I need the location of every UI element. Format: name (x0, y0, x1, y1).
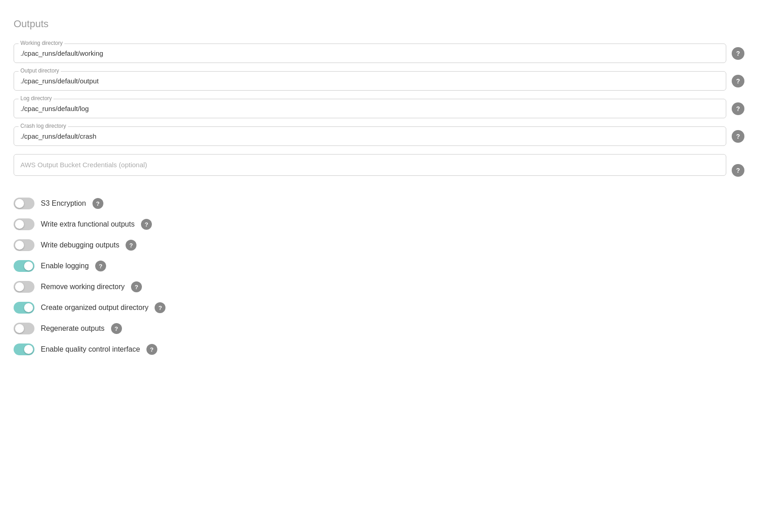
enable-quality-control-toggle[interactable] (14, 343, 34, 355)
log-directory-value: ./cpac_runs/default/log (20, 104, 719, 113)
remove-working-directory-help-button[interactable]: ? (131, 281, 142, 292)
regenerate-outputs-toggle[interactable] (14, 323, 34, 334)
aws-placeholder: AWS Output Bucket Credentials (optional) (20, 161, 147, 169)
write-debugging-row: Write debugging outputs ? (14, 239, 744, 251)
create-organized-output-track (14, 302, 34, 314)
enable-logging-toggle[interactable] (14, 260, 34, 272)
write-debugging-toggle[interactable] (14, 239, 34, 251)
remove-working-directory-track (14, 281, 34, 293)
enable-quality-control-help-button[interactable]: ? (146, 344, 157, 355)
create-organized-output-thumb (24, 303, 33, 312)
page-title: Outputs (14, 18, 744, 30)
create-organized-output-toggle[interactable] (14, 302, 34, 314)
s3-encryption-help-button[interactable]: ? (92, 198, 103, 209)
output-directory-field[interactable]: Output directory ./cpac_runs/default/out… (14, 71, 726, 91)
write-extra-functional-label: Write extra functional outputs (41, 220, 135, 228)
remove-working-directory-toggle[interactable] (14, 281, 34, 293)
enable-logging-help-button[interactable]: ? (95, 261, 106, 271)
enable-logging-thumb (24, 261, 33, 271)
remove-working-directory-thumb (15, 282, 24, 291)
log-directory-group: Log directory ./cpac_runs/default/log ? (14, 99, 744, 118)
crash-log-directory-field[interactable]: Crash log directory ./cpac_runs/default/… (14, 126, 726, 146)
log-directory-label: Log directory (19, 95, 53, 102)
s3-encryption-row: S3 Encryption ? (14, 198, 744, 209)
aws-credentials-field[interactable]: AWS Output Bucket Credentials (optional) (14, 154, 726, 176)
write-extra-functional-help-button[interactable]: ? (141, 219, 152, 230)
s3-encryption-thumb (15, 199, 24, 208)
enable-logging-row: Enable logging ? (14, 260, 744, 272)
crash-log-directory-value: ./cpac_runs/default/crash (20, 131, 719, 141)
working-directory-field[interactable]: Working directory ./cpac_runs/default/wo… (14, 44, 726, 63)
write-debugging-help-button[interactable]: ? (126, 240, 136, 251)
remove-working-directory-label: Remove working directory (41, 283, 125, 291)
regenerate-outputs-row: Regenerate outputs ? (14, 323, 744, 334)
s3-encryption-label: S3 Encryption (41, 199, 86, 208)
s3-encryption-toggle[interactable] (14, 198, 34, 209)
enable-quality-control-row: Enable quality control interface ? (14, 343, 744, 355)
write-debugging-thumb (15, 241, 24, 250)
write-extra-functional-toggle[interactable] (14, 218, 34, 230)
aws-help-button[interactable]: ? (732, 164, 744, 177)
working-directory-help-button[interactable]: ? (732, 47, 744, 60)
enable-logging-label: Enable logging (41, 262, 89, 270)
working-directory-group: Working directory ./cpac_runs/default/wo… (14, 44, 744, 63)
working-directory-value: ./cpac_runs/default/working (20, 48, 719, 58)
enable-logging-track (14, 260, 34, 272)
create-organized-output-help-button[interactable]: ? (155, 302, 165, 313)
enable-quality-control-track (14, 343, 34, 355)
enable-quality-control-thumb (24, 345, 33, 354)
remove-working-directory-row: Remove working directory ? (14, 281, 744, 293)
write-debugging-label: Write debugging outputs (41, 241, 119, 249)
write-debugging-track (14, 239, 34, 251)
log-directory-help-button[interactable]: ? (732, 102, 744, 115)
enable-quality-control-label: Enable quality control interface (41, 345, 140, 353)
crash-log-directory-help-button[interactable]: ? (732, 130, 744, 143)
crash-log-directory-label: Crash log directory (19, 123, 68, 129)
write-extra-functional-thumb (15, 220, 24, 229)
working-directory-label: Working directory (19, 40, 64, 46)
regenerate-outputs-help-button[interactable]: ? (111, 323, 122, 334)
s3-encryption-track (14, 198, 34, 209)
output-directory-group: Output directory ./cpac_runs/default/out… (14, 71, 744, 91)
output-directory-label: Output directory (19, 68, 61, 74)
create-organized-output-label: Create organized output directory (41, 304, 148, 312)
log-directory-field[interactable]: Log directory ./cpac_runs/default/log (14, 99, 726, 118)
regenerate-outputs-track (14, 323, 34, 334)
output-directory-help-button[interactable]: ? (732, 75, 744, 87)
crash-log-directory-group: Crash log directory ./cpac_runs/default/… (14, 126, 744, 146)
regenerate-outputs-thumb (15, 324, 24, 333)
regenerate-outputs-label: Regenerate outputs (41, 324, 105, 333)
write-extra-functional-track (14, 218, 34, 230)
write-extra-functional-row: Write extra functional outputs ? (14, 218, 744, 230)
create-organized-output-row: Create organized output directory ? (14, 302, 744, 314)
output-directory-value: ./cpac_runs/default/output (20, 76, 719, 86)
